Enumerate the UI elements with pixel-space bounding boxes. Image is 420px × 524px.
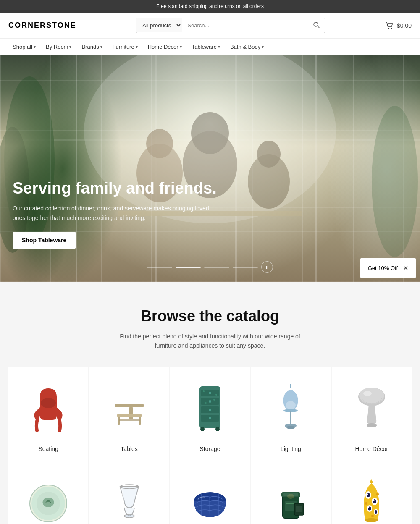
catalog-subtitle: Find the perfect blend of style and func… <box>118 332 302 351</box>
lighting-illustration <box>276 382 305 437</box>
seating-illustration <box>29 384 67 435</box>
svg-rect-44 <box>290 411 291 425</box>
search-button[interactable] <box>308 18 325 33</box>
svg-line-1 <box>318 26 319 28</box>
search-icon <box>313 21 320 28</box>
chevron-down-icon: ▾ <box>218 45 220 49</box>
svg-point-33 <box>209 392 211 394</box>
cart[interactable]: $0.00 <box>385 21 412 30</box>
hero-dot-1[interactable] <box>147 267 172 268</box>
glass-illustration <box>113 480 146 524</box>
category-label-homedecor: Home Décor <box>338 445 405 452</box>
catalog-title: Browse the catalog <box>8 307 412 325</box>
homedecor-illustration <box>353 384 391 435</box>
category-img-lighting <box>257 380 324 439</box>
hero-discount-label: Get 10% Off <box>368 265 398 271</box>
svg-point-39 <box>203 390 205 392</box>
category-card-homedecor[interactable]: Home Décor <box>332 367 412 461</box>
search-bar: All products <box>136 18 325 33</box>
bowl-illustration <box>189 485 231 522</box>
svg-rect-65 <box>287 506 295 506</box>
storage-illustration <box>193 382 227 437</box>
nav-item-tableware[interactable]: Tableware ▾ <box>188 39 224 55</box>
category-img-vases <box>338 474 405 524</box>
top-bar-message: Free standard shipping and returns on al… <box>156 3 264 9</box>
svg-point-84 <box>376 493 379 495</box>
hero-discount-close-button[interactable]: ✕ <box>403 264 408 272</box>
svg-point-75 <box>373 499 376 503</box>
catalog-section: Browse the catalog Find the perfect blen… <box>0 282 420 524</box>
svg-point-21 <box>41 398 56 408</box>
svg-point-78 <box>368 506 371 510</box>
category-card-tables[interactable]: Tables <box>89 367 169 461</box>
chevron-down-icon: ▾ <box>180 45 182 49</box>
svg-point-40 <box>215 394 217 396</box>
main-nav: Shop all ▾ By Room ▾ Brands ▾ Furniture … <box>0 39 420 55</box>
svg-rect-23 <box>129 407 133 419</box>
svg-point-73 <box>367 493 368 495</box>
header: CORNERSTONE All products $0.00 <box>0 13 420 39</box>
category-img-tableware <box>15 474 82 524</box>
hero-discount-banner[interactable]: Get 10% Off ✕ <box>360 258 416 278</box>
svg-point-82 <box>375 511 375 511</box>
category-img-serveware <box>176 474 244 524</box>
svg-point-79 <box>368 507 369 508</box>
nav-item-shopall[interactable]: Shop all ▾ <box>8 39 40 55</box>
svg-point-34 <box>209 400 211 403</box>
hero-cta-button[interactable]: Shop Tableware <box>13 232 76 249</box>
category-card-serveware[interactable]: Serveware <box>170 461 250 524</box>
chevron-down-icon: ▾ <box>69 45 71 49</box>
category-label-seating: Seating <box>15 445 82 452</box>
category-img-glassware <box>95 474 163 524</box>
chevron-down-icon: ▾ <box>136 45 138 49</box>
nav-item-byroom[interactable]: By Room ▾ <box>42 39 76 55</box>
svg-point-49 <box>359 388 384 404</box>
svg-point-46 <box>286 426 295 429</box>
plate-illustration <box>27 482 69 524</box>
svg-point-41 <box>205 402 207 404</box>
svg-point-57 <box>124 514 134 518</box>
top-bar: Free standard shipping and returns on al… <box>0 0 420 13</box>
nav-item-furniture[interactable]: Furniture ▾ <box>108 39 142 55</box>
category-card-candles[interactable]: Candles <box>251 461 331 524</box>
svg-point-67 <box>287 494 294 499</box>
hero-dot-3[interactable] <box>204 267 229 268</box>
category-img-homedecor <box>338 380 405 439</box>
nav-item-homedecor[interactable]: Home Décor ▾ <box>144 39 186 55</box>
hero-title: Serving family and friends. <box>13 179 223 198</box>
category-img-candles <box>257 474 324 524</box>
svg-point-35 <box>209 409 211 411</box>
nav-item-brands[interactable]: Brands ▾ <box>77 39 106 55</box>
logo[interactable]: CORNERSTONE <box>8 21 76 30</box>
svg-rect-22 <box>115 404 144 407</box>
category-card-seating[interactable]: Seating <box>8 367 88 461</box>
candle-illustration <box>275 480 307 524</box>
category-card-lighting[interactable]: Lighting <box>251 367 331 461</box>
category-card-glassware[interactable]: Glassware <box>89 461 169 524</box>
cart-icon <box>385 21 394 30</box>
category-label-tables: Tables <box>95 445 163 452</box>
category-card-storage[interactable]: Storage <box>170 367 250 461</box>
search-category-select[interactable]: All products <box>136 18 182 32</box>
svg-point-72 <box>367 493 370 497</box>
category-label-storage: Storage <box>176 445 244 452</box>
hero-dots: ⏸ <box>147 261 273 273</box>
category-card-vases[interactable]: Vases <box>332 461 412 524</box>
hero-dot-2[interactable] <box>176 267 201 268</box>
svg-point-17 <box>257 141 281 168</box>
svg-point-50 <box>367 423 377 427</box>
vase-illustration <box>356 478 387 524</box>
svg-point-51 <box>363 391 372 396</box>
hero-pause-button[interactable]: ⏸ <box>261 261 273 273</box>
search-input[interactable] <box>182 19 308 32</box>
svg-rect-27 <box>119 419 140 421</box>
svg-point-83 <box>365 502 368 505</box>
chevron-down-icon: ▾ <box>100 45 102 49</box>
svg-rect-24 <box>117 414 142 417</box>
cart-amount: $0.00 <box>397 22 412 29</box>
hero-content: Serving family and friends. Our curated … <box>13 179 223 249</box>
svg-point-20 <box>372 106 418 257</box>
hero-dot-4[interactable] <box>233 267 258 268</box>
nav-item-bathandbody[interactable]: Bath & Body ▾ <box>226 39 268 55</box>
category-card-tableware[interactable]: Tableware <box>8 461 88 524</box>
